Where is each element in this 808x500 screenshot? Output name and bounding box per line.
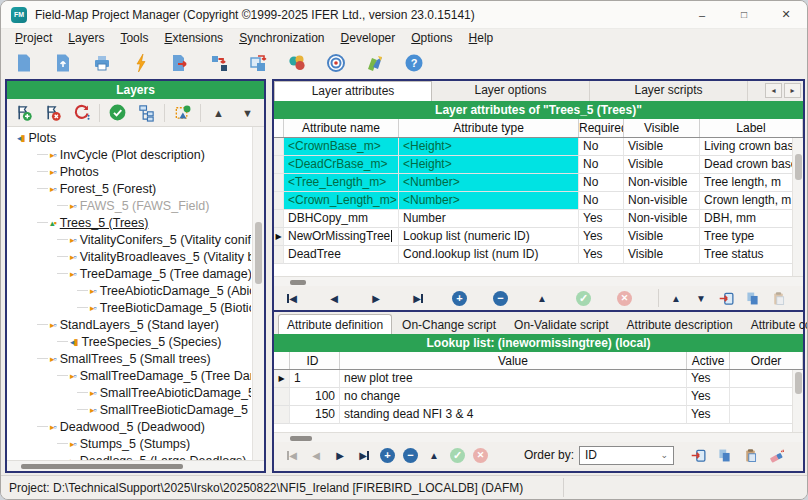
tree-item[interactable]: VitalityBroadleaves_5 (Vitality broadlea… bbox=[7, 248, 251, 265]
print-icon[interactable] bbox=[91, 52, 113, 74]
tree-item[interactable]: VitalityConifers_5 (Vitality conifers) bbox=[7, 231, 251, 248]
detail-tab[interactable]: On-Validate script bbox=[506, 315, 616, 334]
attribute-row[interactable]: DeadTree Cond.lookup list (num ID) Yes V… bbox=[274, 246, 803, 264]
import-icon[interactable] bbox=[690, 447, 707, 464]
column-header[interactable]: Label bbox=[700, 119, 803, 137]
menu-tools[interactable]: Tools bbox=[112, 31, 156, 45]
tree-item[interactable]: TreeAbioticDamage_5 (Abiotic damage) bbox=[7, 282, 251, 299]
reload-layer-icon[interactable] bbox=[70, 101, 93, 125]
post-edit-icon[interactable]: ✓ bbox=[450, 448, 465, 463]
tree-item[interactable]: FAWS_5 (FAWS_Field) bbox=[7, 197, 251, 214]
open-project-icon[interactable] bbox=[52, 52, 74, 74]
tree-vertical-scrollbar[interactable] bbox=[252, 127, 264, 460]
eraser-icon[interactable] bbox=[768, 447, 785, 464]
move-attribute-down-icon[interactable]: ▼ bbox=[693, 290, 709, 306]
column-header[interactable]: Visible bbox=[624, 119, 700, 137]
delete-record-icon[interactable]: − bbox=[493, 291, 508, 306]
attribute-row[interactable]: <Tree_Length_m> <Number> No Non-visible … bbox=[274, 174, 803, 192]
attributes-horizontal-scrollbar[interactable] bbox=[274, 276, 803, 286]
edit-record-icon[interactable]: ▲ bbox=[426, 447, 442, 463]
first-record-icon[interactable]: ◀ bbox=[284, 290, 300, 306]
tree-item[interactable]: Trees_5 (Trees) bbox=[7, 214, 251, 231]
workflow-icon[interactable] bbox=[208, 52, 230, 74]
edit-record-icon[interactable]: ▲ bbox=[534, 290, 550, 306]
spheres-icon[interactable] bbox=[286, 52, 308, 74]
insert-record-icon[interactable]: + bbox=[452, 291, 467, 306]
lookup-vertical-scrollbar[interactable] bbox=[792, 370, 803, 432]
tab-scroll-left-icon[interactable]: ◂ bbox=[765, 83, 782, 98]
help-icon[interactable]: ? bbox=[403, 52, 425, 74]
layer-tab[interactable]: Layer attributes bbox=[274, 81, 432, 101]
move-attribute-up-icon[interactable]: ▲ bbox=[668, 290, 684, 306]
detail-tab[interactable]: Attribute description bbox=[619, 315, 741, 334]
layer-selection-icon[interactable] bbox=[171, 101, 194, 125]
tree-item[interactable]: SmallTreeAbioticDamage_5 (Abiotic damage… bbox=[7, 384, 251, 401]
lookup-horizontal-scrollbar[interactable] bbox=[274, 432, 803, 442]
column-header[interactable]: Attribute type bbox=[399, 119, 579, 137]
post-edit-icon[interactable]: ✓ bbox=[576, 291, 591, 306]
target-icon[interactable] bbox=[325, 52, 347, 74]
tree-item[interactable]: TreeBioticDamage_5 (Biotic damage) bbox=[7, 299, 251, 316]
prev-record-icon[interactable]: ◀ bbox=[308, 447, 324, 463]
tree-item[interactable]: StandLayers_5 (Stand layer) bbox=[7, 316, 251, 333]
apply-icon[interactable] bbox=[106, 101, 129, 125]
tree-item[interactable]: TreeSpecies_5 (Species) bbox=[7, 333, 251, 350]
hierarchy-icon[interactable] bbox=[135, 101, 158, 125]
close-button[interactable]: ✕ bbox=[765, 1, 807, 28]
detail-tab[interactable]: On-Change script bbox=[394, 315, 504, 334]
detail-tab[interactable]: Attribute definition bbox=[278, 314, 392, 334]
menu-synchronization[interactable]: Synchronization bbox=[231, 31, 332, 45]
import-icon[interactable] bbox=[718, 290, 735, 307]
new-project-icon[interactable] bbox=[13, 52, 35, 74]
menu-options[interactable]: Options bbox=[403, 31, 460, 45]
tree-item[interactable]: InvCycle (Plot description) bbox=[7, 146, 251, 163]
last-record-icon[interactable]: ▶ bbox=[410, 290, 426, 306]
attribute-row[interactable]: <DeadCrBase_m> <Height> No Visible Dead … bbox=[274, 156, 803, 174]
copy-icon[interactable] bbox=[744, 290, 761, 307]
order-by-dropdown[interactable]: ID ⌄ bbox=[579, 446, 674, 465]
layer-tab[interactable]: Layer scripts bbox=[590, 81, 748, 101]
copy-structure-icon[interactable] bbox=[247, 52, 269, 74]
menu-project[interactable]: Project bbox=[7, 31, 60, 45]
last-record-icon[interactable]: ▶ bbox=[356, 447, 372, 463]
attributes-vertical-scrollbar[interactable] bbox=[792, 138, 803, 276]
copy-icon[interactable] bbox=[716, 447, 733, 464]
maximize-button[interactable]: □ bbox=[723, 1, 765, 28]
attribute-row[interactable]: <Crown_Length_m> <Number> No Non-visible… bbox=[274, 192, 803, 210]
menu-developer[interactable]: Developer bbox=[333, 31, 404, 45]
detail-tab[interactable]: Attribute color bbox=[743, 315, 808, 334]
menu-layers[interactable]: Layers bbox=[60, 31, 112, 45]
column-header[interactable]: Order bbox=[730, 352, 803, 369]
add-layer-icon[interactable] bbox=[12, 101, 35, 125]
lightning-icon[interactable] bbox=[130, 52, 152, 74]
map-icon[interactable] bbox=[364, 52, 386, 74]
lookup-row[interactable]: 100 no change Yes 1 bbox=[274, 388, 803, 406]
attribute-row[interactable]: DBHCopy_mm Number Yes Non-visible DBH, m… bbox=[274, 210, 803, 228]
tree-item[interactable]: Photos bbox=[7, 163, 251, 180]
move-down-icon[interactable]: ▼ bbox=[236, 101, 259, 125]
column-header[interactable]: Required bbox=[579, 119, 624, 137]
tree-item[interactable]: SmallTreeBioticDamage_5 (Biotic damage) bbox=[7, 401, 251, 418]
column-header[interactable]: ID bbox=[290, 352, 340, 369]
tree-item[interactable]: Plots bbox=[7, 129, 251, 146]
cancel-edit-icon[interactable]: ✕ bbox=[617, 291, 632, 306]
minimize-button[interactable]: – bbox=[681, 1, 723, 28]
layer-tab[interactable]: Layer options bbox=[432, 81, 590, 101]
paste-icon[interactable] bbox=[770, 290, 787, 307]
delete-record-icon[interactable]: − bbox=[403, 448, 418, 463]
menu-extensions[interactable]: Extensions bbox=[156, 31, 231, 45]
column-header[interactable]: Attribute name bbox=[284, 119, 399, 137]
tree-horizontal-scrollbar[interactable] bbox=[7, 460, 264, 471]
prev-record-icon[interactable]: ◀ bbox=[326, 290, 342, 306]
delete-layer-icon[interactable] bbox=[41, 101, 64, 125]
tree-item[interactable]: Stumps_5 (Stumps) bbox=[7, 435, 251, 452]
next-record-icon[interactable]: ▶ bbox=[332, 447, 348, 463]
first-record-icon[interactable]: ◀ bbox=[284, 447, 300, 463]
attribute-row[interactable]: <CrownBase_m> <Height> No Visible Living… bbox=[274, 138, 803, 156]
tree-item[interactable]: SmallTrees_5 (Small trees) bbox=[7, 350, 251, 367]
lookup-row[interactable]: ▶ 1 new plot tree Yes 9 bbox=[274, 370, 803, 388]
next-record-icon[interactable]: ▶ bbox=[368, 290, 384, 306]
insert-record-icon[interactable]: + bbox=[380, 448, 395, 463]
move-up-icon[interactable]: ▲ bbox=[207, 101, 230, 125]
column-header[interactable]: Active bbox=[687, 352, 730, 369]
